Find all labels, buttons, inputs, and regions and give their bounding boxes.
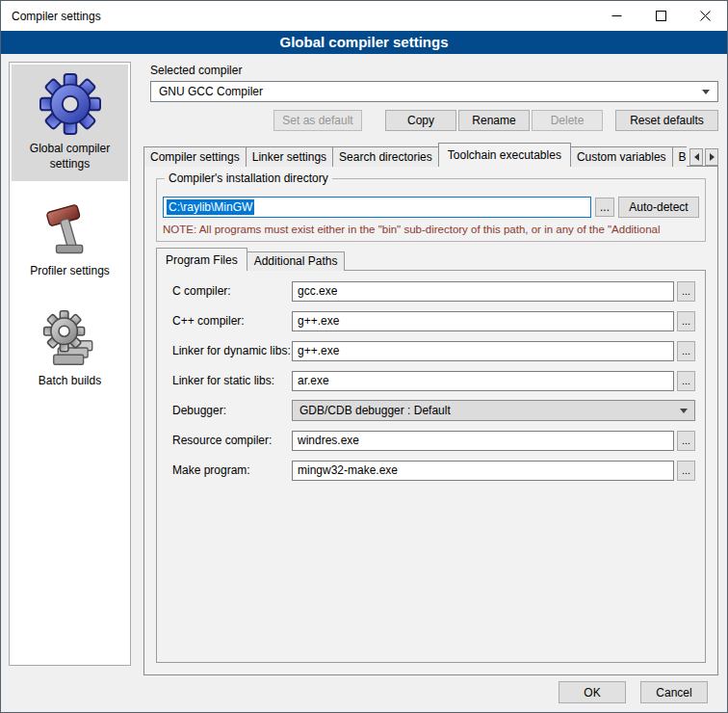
sidebar-item-profiler-settings[interactable]: Profiler settings [12, 193, 128, 289]
arrow-left-icon [694, 153, 699, 161]
tab-search-directories[interactable]: Search directories [332, 146, 439, 167]
installation-directory-row: C:\raylib\MinGW ... Auto-detect [163, 197, 699, 218]
auto-detect-button[interactable]: Auto-detect [618, 197, 699, 218]
close-button[interactable] [683, 1, 727, 31]
field-row-dynamic-linker: Linker for dynamic libs: ... [172, 340, 695, 361]
tab-build-options[interactable]: Buil [672, 146, 687, 167]
caption-buttons [594, 1, 727, 31]
copy-button[interactable]: Copy [385, 110, 456, 131]
tab-linker-settings[interactable]: Linker settings [246, 146, 333, 167]
field-label: Resource compiler: [172, 434, 292, 447]
field-row-resource-compiler: Resource compiler: ... [172, 430, 695, 451]
compiler-settings-dialog: Compiler settings Global compiler settin… [0, 0, 728, 713]
tab-compiler-settings[interactable]: Compiler settings [143, 146, 247, 167]
main-area: Selected compiler GNU GCC Compiler Set a… [141, 54, 721, 712]
program-tabs: Program Files Additional Paths [156, 248, 706, 271]
titlebar: Compiler settings [1, 1, 727, 31]
dialog-content: Global compiler settings Profiler s [1, 54, 727, 712]
field-label: Linker for static libs: [172, 374, 292, 387]
c-compiler-browse-button[interactable]: ... [677, 281, 695, 302]
field-label: Linker for dynamic libs: [172, 344, 292, 357]
install-dir-selected-text: C:\raylib\MinGW [167, 199, 254, 215]
cpp-compiler-input[interactable] [292, 311, 674, 331]
field-row-make-program: Make program: ... [172, 460, 695, 481]
dialog-header: Global compiler settings [1, 31, 727, 54]
resource-compiler-browse-button[interactable]: ... [677, 431, 695, 451]
maximize-icon [656, 11, 666, 21]
field-label: Debugger: [172, 404, 292, 417]
sidebar-item-label: Global compiler settings [13, 142, 126, 172]
sidebar-item-global-compiler-settings[interactable]: Global compiler settings [12, 65, 128, 181]
make-program-input[interactable] [292, 461, 674, 481]
rename-button[interactable]: Rename [458, 110, 530, 131]
field-row-static-linker: Linker for static libs: ... [172, 370, 695, 391]
tabs-scroll-area: Compiler settings Linker settings Search… [143, 143, 687, 167]
minimize-button[interactable] [594, 1, 638, 31]
tab-additional-paths[interactable]: Additional Paths [247, 251, 346, 271]
sidebar-item-label: Profiler settings [30, 264, 110, 279]
field-row-c-compiler: C compiler: ... [172, 280, 695, 302]
field-label: C compiler: [172, 284, 292, 298]
dynamic-linker-input[interactable] [292, 341, 674, 361]
debugger-select-value: GDB/CDB debugger : Default [299, 404, 451, 417]
field-row-debugger: Debugger: GDB/CDB debugger : Default [172, 400, 695, 421]
arrow-right-icon [710, 153, 715, 161]
cancel-button[interactable]: Cancel [640, 681, 708, 703]
window-title: Compiler settings [12, 10, 101, 23]
field-label: C++ compiler: [172, 314, 292, 328]
compiler-select[interactable]: GNU GCC Compiler [150, 81, 718, 102]
static-linker-browse-button[interactable]: ... [677, 371, 695, 391]
c-compiler-input[interactable] [292, 281, 674, 302]
maximize-button[interactable] [638, 1, 683, 31]
bin-subdirectory-note: NOTE: All programs must exist either in … [163, 224, 705, 235]
tab-toolchain-executables[interactable]: Toolchain executables [438, 143, 571, 167]
compiler-buttons-row: Set as default Copy Rename Delete Reset … [150, 110, 718, 131]
blue-gear-icon [39, 73, 101, 135]
toolchain-executables-panel: Compiler's installation directory C:\ray… [143, 166, 718, 675]
chevron-down-icon [702, 90, 710, 94]
cpp-compiler-browse-button[interactable]: ... [677, 311, 695, 331]
field-row-cpp-compiler: C++ compiler: ... [172, 310, 695, 331]
settings-tabs: Compiler settings Linker settings Search… [143, 143, 718, 167]
delete-button: Delete [532, 110, 603, 131]
settings-category-list: Global compiler settings Profiler s [9, 62, 131, 666]
dialog-footer: OK Cancel [559, 681, 708, 703]
reset-defaults-button[interactable]: Reset defaults [615, 110, 718, 131]
tab-scroll-right-button[interactable] [705, 148, 718, 166]
dynamic-linker-browse-button[interactable]: ... [677, 341, 695, 361]
install-dir-input[interactable]: C:\raylib\MinGW [163, 197, 591, 218]
chevron-down-icon [680, 409, 688, 413]
field-label: Make program: [172, 463, 292, 477]
installation-directory-group: Compiler's installation directory C:\ray… [156, 178, 706, 242]
installation-directory-group-title: Compiler's installation directory [165, 172, 332, 185]
sidebar-item-batch-builds[interactable]: Batch builds [12, 301, 128, 399]
make-program-browse-button[interactable]: ... [677, 461, 695, 481]
set-as-default-button: Set as default [273, 110, 362, 131]
profiler-hammer-icon [42, 201, 98, 257]
tab-program-files[interactable]: Program Files [156, 248, 247, 271]
static-linker-input[interactable] [292, 371, 674, 391]
ok-button[interactable]: OK [559, 681, 626, 703]
tab-scroll-left-button[interactable] [689, 148, 703, 166]
sidebar-item-label: Batch builds [39, 374, 101, 389]
debugger-select[interactable]: GDB/CDB debugger : Default [292, 400, 695, 421]
selected-compiler-label: Selected compiler [150, 64, 242, 77]
tab-scroll-buttons [689, 148, 718, 166]
resource-compiler-input[interactable] [292, 431, 674, 451]
minimize-icon [611, 11, 622, 21]
compiler-select-value: GNU GCC Compiler [159, 85, 263, 98]
program-files-panel: C compiler: ... C++ compiler: ... [156, 270, 706, 663]
gray-gear-stack-icon [41, 309, 99, 367]
tab-custom-variables[interactable]: Custom variables [570, 146, 673, 167]
close-icon [700, 11, 711, 21]
install-dir-browse-button[interactable]: ... [595, 198, 614, 217]
